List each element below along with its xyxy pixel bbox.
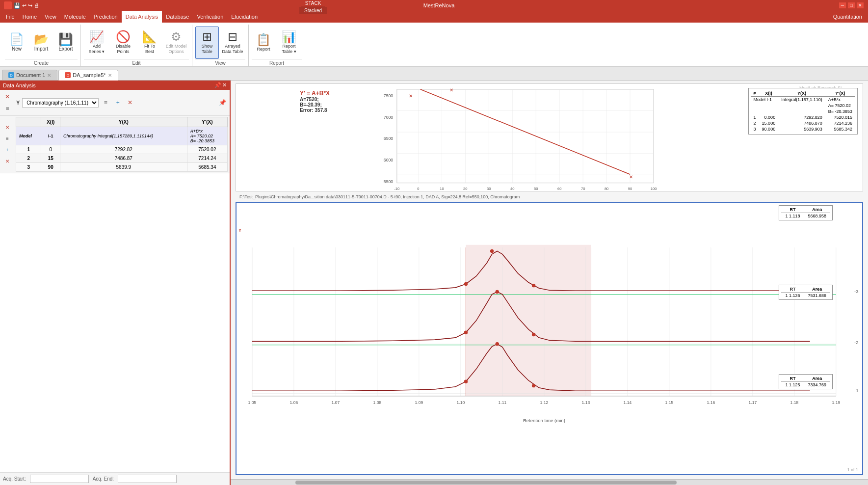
panel-close-btn[interactable]: ✕ xyxy=(222,82,227,88)
delete-btn[interactable]: ✕ xyxy=(2,122,13,133)
svg-text:1.09: 1.09 xyxy=(415,400,423,405)
menu-database[interactable]: Database xyxy=(162,11,193,23)
import-button[interactable]: 📂 Import xyxy=(29,27,53,59)
row2-num: 2 xyxy=(16,154,41,163)
tab-doc1-close[interactable]: ✕ xyxy=(47,73,51,78)
series-add-btn[interactable]: + xyxy=(112,97,123,108)
minimize-btn[interactable]: ─ xyxy=(839,2,846,9)
series-remove-btn[interactable]: ✕ xyxy=(125,97,135,108)
svg-text:30: 30 xyxy=(487,187,491,191)
menu-file[interactable]: File xyxy=(2,11,19,23)
svg-text:✕: ✕ xyxy=(449,87,453,93)
svg-text:0: 0 xyxy=(417,187,419,191)
menu-prediction[interactable]: Prediction xyxy=(90,11,122,23)
title-bar-left: 💾 ↩ ↪ 🖨 xyxy=(4,1,39,9)
export-button[interactable]: 💾 Export xyxy=(54,27,78,59)
close-btn[interactable]: ✕ xyxy=(856,2,864,9)
arrayed-data-table-label: ArrayedData Table xyxy=(222,44,243,54)
menu-home[interactable]: Home xyxy=(19,11,41,23)
stacked-button[interactable]: Stacked xyxy=(299,7,327,14)
svg-text:7000: 7000 xyxy=(384,115,394,120)
h-scrollbar[interactable] xyxy=(231,479,868,485)
y-label: Y xyxy=(16,100,20,106)
add-btn[interactable]: + xyxy=(2,145,13,156)
svg-text:20: 20 xyxy=(463,187,467,191)
acq-end-input[interactable] xyxy=(118,475,177,483)
area-value-1: 5668.958 xyxy=(804,213,830,219)
panel-settings-btn[interactable]: 📌 xyxy=(217,97,228,108)
export-label: Export xyxy=(59,46,73,52)
menu-data-analysis[interactable]: Data Analysis xyxy=(122,11,162,23)
menu-elucidation[interactable]: Elucidation xyxy=(227,11,262,23)
create-buttons: 📄 New 📂 Import 💾 Export xyxy=(5,25,78,59)
menu-molecule[interactable]: Molecule xyxy=(60,11,90,23)
panel-menu-btn[interactable]: ≡ xyxy=(2,103,13,114)
svg-text:1.08: 1.08 xyxy=(373,400,382,405)
edit-model-button[interactable]: ⚙ Edit ModelOptions xyxy=(163,27,189,59)
row1-y: 7292.82 xyxy=(60,145,187,154)
area-header-2: Area xyxy=(804,286,830,293)
svg-text:-3: -3 xyxy=(854,289,859,294)
fit-to-best-label: Fit ToBest xyxy=(144,44,155,54)
fit-to-best-button[interactable]: 📐 Fit ToBest xyxy=(137,27,162,59)
row2-y: 7486.87 xyxy=(60,154,187,163)
rt-value-1: 1 1.118 xyxy=(781,213,804,219)
svg-text:1.11: 1.11 xyxy=(499,400,507,405)
svg-text:6000: 6000 xyxy=(384,158,394,162)
new-label: New xyxy=(12,46,22,52)
new-button[interactable]: 📄 New xyxy=(5,27,28,59)
chart-area: MestLab Research SL Y' = A+B*X A=7520;B=… xyxy=(231,81,868,485)
menu-bar: File Home View Molecule Prediction Data … xyxy=(0,11,868,23)
svg-text:90: 90 xyxy=(628,187,632,191)
row3-y: 5639.9 xyxy=(60,163,187,172)
page-indicator: 1 of 1 xyxy=(847,467,858,472)
svg-text:1.12: 1.12 xyxy=(540,400,549,405)
stats-detail-a: A= 7520.02 xyxy=(751,103,855,108)
svg-text:6500: 6500 xyxy=(384,136,394,141)
row3-x: 90 xyxy=(41,163,60,172)
acq-start-input[interactable] xyxy=(30,475,89,483)
panel-pin-btn[interactable]: 📌 xyxy=(214,82,221,88)
title-bar-controls[interactable]: ─ □ ✕ xyxy=(839,2,864,9)
panel-x-btn[interactable]: ✕ xyxy=(2,91,13,102)
menu-view[interactable]: View xyxy=(41,11,60,23)
svg-text:1.19: 1.19 xyxy=(832,400,841,405)
edit-buttons: 📈 AddSeries ▾ 🚫 DisablePoints 📐 Fit ToBe… xyxy=(84,25,189,59)
chart-filepath: F:\Test_Plugins\Chromatography\Da...siti… xyxy=(236,193,863,200)
disable-points-button[interactable]: 🚫 DisablePoints xyxy=(110,27,136,59)
series-list-btn[interactable]: ≡ xyxy=(100,97,111,108)
row3-num: 3 xyxy=(16,163,41,172)
arrayed-data-table-button[interactable]: ⊟ ArrayedData Table xyxy=(220,27,245,59)
data-table: X(I) Y(X) Y'(X) Model I-1 Chromatography… xyxy=(16,117,228,172)
tab-da-sample5-close[interactable]: ✕ xyxy=(108,73,112,78)
rt-value-2: 1 1.136 xyxy=(781,293,804,299)
svg-text:1.06: 1.06 xyxy=(290,400,298,405)
report-icon: 📋 xyxy=(256,34,271,46)
svg-text:1.13: 1.13 xyxy=(582,400,590,405)
app-title: MestReNova xyxy=(423,2,455,8)
import-icon: 📂 xyxy=(34,33,49,45)
tab-da-sample5[interactable]: D DA_sample5* ✕ xyxy=(58,70,118,81)
acq-start-label: Acq. Start: xyxy=(3,476,26,482)
svg-text:✕: ✕ xyxy=(629,174,633,180)
stats-box: # X(I) Y(X) Y'(X) Model I-1 Integral(1.1… xyxy=(748,88,858,135)
quantitation-button[interactable]: Quantitation xyxy=(827,11,868,23)
stack-area: STACK Stacked xyxy=(299,0,327,14)
menu-verification[interactable]: Verification xyxy=(193,11,227,23)
report-table-label: ReportTable ▾ xyxy=(282,44,296,54)
report-button[interactable]: 📋 Report xyxy=(252,27,275,59)
svg-text:10: 10 xyxy=(440,187,444,191)
edit-model-label: Edit ModelOptions xyxy=(166,44,187,54)
remove-btn[interactable]: ✕ xyxy=(2,156,13,167)
show-table-button[interactable]: ⊞ ShowTable xyxy=(195,27,219,59)
scrollbar-thumb[interactable] xyxy=(295,481,677,485)
maximize-btn[interactable]: □ xyxy=(847,2,855,9)
filter-btn[interactable]: ≡ xyxy=(2,134,13,144)
report-table-button[interactable]: 📊 ReportTable ▾ xyxy=(276,27,302,59)
add-series-button[interactable]: 📈 AddSeries ▾ xyxy=(84,27,109,59)
fit-to-best-icon: 📐 xyxy=(142,31,157,43)
tab-document1[interactable]: D Document 1 ✕ xyxy=(2,70,57,80)
series-select[interactable]: Chromatography (1.16,1.11) xyxy=(22,98,99,108)
chart-top: MestLab Research SL Y' = A+B*X A=7520;B=… xyxy=(236,83,863,191)
col-yx: Y(X) xyxy=(60,117,187,127)
